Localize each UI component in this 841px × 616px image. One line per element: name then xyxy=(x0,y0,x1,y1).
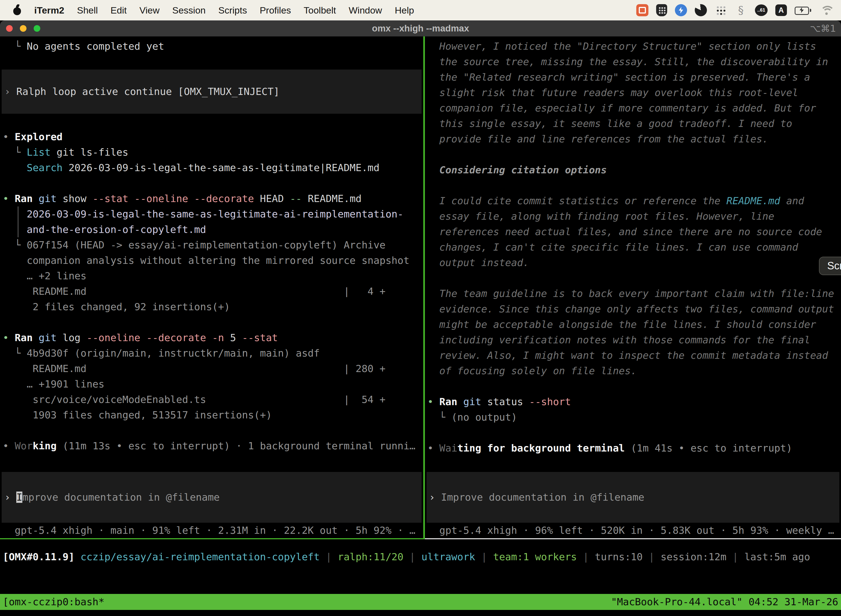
window-shortcut-badge: ⌥⌘1 xyxy=(810,23,836,34)
window-title: omx --xhigh --madmax xyxy=(0,23,841,34)
terminal-line xyxy=(0,315,423,330)
terminal-line: … +1901 lines xyxy=(0,377,423,392)
tmux-pane-left[interactable]: └ No agents completed yet› Ralph loop ac… xyxy=(0,37,423,538)
terminal-line: src/voice/voiceModeEnabled.ts | 54 + xyxy=(0,392,423,407)
terminal-line: › Ralph loop active continue [OMX_TMUX_I… xyxy=(1,84,422,99)
terminal-line: • Explored xyxy=(0,129,423,145)
terminal-line xyxy=(425,378,841,394)
chat-app-icon[interactable] xyxy=(636,4,648,16)
terminal-line: review. Also, I might want to inspect th… xyxy=(425,348,841,363)
terminal-line xyxy=(0,114,423,129)
tmux-panes: └ No agents completed yet› Ralph loop ac… xyxy=(0,37,841,538)
model-status-line: gpt-5.4 xhigh · 96% left · 520K in · 5.8… xyxy=(425,523,841,538)
model-status-line: gpt-5.4 xhigh · main · 91% left · 2.31M … xyxy=(0,523,423,538)
terminal-line: I could cite commit statistics or refere… xyxy=(425,193,841,209)
menu-item-help[interactable]: Help xyxy=(395,5,414,16)
terminal-line: this single essay, it seems like a good … xyxy=(425,116,841,131)
battery-charging-icon[interactable] xyxy=(795,4,812,16)
dark-crescent-icon[interactable] xyxy=(695,4,707,16)
tmux-host-clock: "MacBook-Pro-44.local" 04:52 31-Mar-26 xyxy=(611,594,838,610)
terminal-line: The team guideline is to back every impo… xyxy=(425,286,841,301)
terminal-line: slight risk that future readers may over… xyxy=(425,85,841,100)
terminal-line: 2 files changed, 92 insertions(+) xyxy=(0,299,423,315)
terminal-line: provide file and line references from th… xyxy=(425,131,841,147)
tmux-status-bar: [omx-cczip0:bash* "MacBook-Pro-44.local"… xyxy=(0,594,841,610)
terminal-line: of focusing solely on file lines. xyxy=(425,363,841,378)
tmux-pane-right[interactable]: However, I noticed the "Directory Struct… xyxy=(425,37,841,538)
terminal-line: including verification notes with those … xyxy=(425,332,841,348)
terminal-area: └ No agents completed yet› Ralph loop ac… xyxy=(0,37,841,616)
terminal-line: … +2 lines xyxy=(0,268,423,284)
iterm2-window: omx --xhigh --madmax ⌥⌘1 └ No agents com… xyxy=(0,21,841,616)
terminal-line: README.md | 280 + xyxy=(0,361,423,377)
tmux-session-name[interactable]: [omx-cczip0:bash* xyxy=(3,594,104,610)
terminal-line: 1903 files changed, 513517 insertions(+) xyxy=(0,407,423,423)
terminal-line: └ 4b9d30f (origin/main, instructkr/main,… xyxy=(0,346,423,361)
prompt-input-box[interactable]: › Improve documentation in @filename xyxy=(1,472,422,523)
menu-item-view[interactable]: View xyxy=(139,5,160,16)
terminal-line: README.md | 4 + xyxy=(0,284,423,299)
apple-menu-icon[interactable] xyxy=(13,5,22,16)
menu-item-edit[interactable]: Edit xyxy=(111,5,127,16)
working-status-line: • Working (11m 13s • esc to interrupt) ·… xyxy=(0,438,423,454)
menu-bar: iTerm2ShellEditViewSessionScriptsProfile… xyxy=(0,0,841,21)
terminal-line: Search 2026-03-09-is-legal-the-same-as-l… xyxy=(0,160,423,176)
terminal-line: • Ran git show --stat --oneline --decora… xyxy=(0,191,423,207)
terminal-line xyxy=(0,423,423,438)
terminal-line: might be acceptable alongside the file l… xyxy=(425,317,841,332)
prompt-input-box[interactable]: › Improve documentation in @filename xyxy=(426,472,840,523)
menu-item-toolbelt[interactable]: Toolbelt xyxy=(304,5,336,16)
terminal-line: • Ran git log --oneline --decorate -n 5 … xyxy=(0,330,423,346)
squiggle-icon[interactable]: § xyxy=(734,4,747,16)
terminal-line xyxy=(0,54,423,70)
terminal-line: essay file, along with finding root file… xyxy=(425,209,841,224)
blue-badge-icon[interactable] xyxy=(675,4,687,16)
terminal-line: and-the-erosion-of-copyleft.md xyxy=(0,222,423,238)
terminal-line: companion file, especially if more comme… xyxy=(425,100,841,116)
menu-item-shell[interactable]: Shell xyxy=(77,5,98,16)
terminal-line: the "Related research writing" section i… xyxy=(425,70,841,85)
terminal-line xyxy=(425,270,841,286)
terminal-line: › Improve documentation in @filename xyxy=(426,490,840,505)
window-title-bar[interactable]: omx --xhigh --madmax ⌥⌘1 xyxy=(0,21,841,37)
terminal-line: companion analysis without altering the … xyxy=(0,253,423,268)
terminal-line: › Improve documentation in @filename xyxy=(1,490,422,505)
menu-bar-status-icons: §..61A xyxy=(629,4,834,16)
menu-item-scripts[interactable]: Scripts xyxy=(218,5,247,16)
a-key-icon[interactable]: A xyxy=(775,4,787,16)
terminal-line xyxy=(425,147,841,162)
terminal-line: output instead. xyxy=(425,255,841,270)
terminal-line: └ List git ls-files xyxy=(0,145,423,160)
terminal-line xyxy=(0,176,423,191)
menu-item-window[interactable]: Window xyxy=(349,5,382,16)
terminal-line: └ No agents completed yet xyxy=(0,39,423,54)
battery-percentage-icon[interactable]: ..61 xyxy=(755,4,768,16)
thinking-heading: Considering citation options xyxy=(425,162,841,178)
terminal-line: 2026-03-09-is-legal-the-same-as-legitima… xyxy=(0,207,423,222)
menu-items: iTerm2ShellEditViewSessionScriptsProfile… xyxy=(34,5,414,16)
dots-grid-icon[interactable] xyxy=(715,4,727,16)
terminal-line: changes, I can't cite specific file line… xyxy=(425,239,841,255)
terminal-line: • Ran git status --short xyxy=(425,394,841,409)
window-bottom-pad xyxy=(0,610,841,616)
terminal-line xyxy=(425,425,841,440)
terminal-line: └ (no output) xyxy=(425,409,841,425)
terminal-spacer xyxy=(0,565,841,594)
omx-status-line: [OMX#0.11.9] cczip/essay/ai-reimplementa… xyxy=(0,539,841,565)
terminal-line: └ 067f154 (HEAD -> essay/ai-reimplementa… xyxy=(0,238,423,253)
terminal-line: evidence. Since this change only affects… xyxy=(425,301,841,317)
menu-item-session[interactable]: Session xyxy=(172,5,205,16)
pane-bottom-group: › Improve documentation in @filename gpt… xyxy=(425,472,841,538)
ralph-loop-box[interactable]: › Ralph loop active continue [OMX_TMUX_I… xyxy=(1,70,422,114)
shield-grid-icon[interactable] xyxy=(656,4,667,16)
wifi-icon[interactable] xyxy=(819,4,834,16)
menu-item-iterm2[interactable]: iTerm2 xyxy=(34,5,64,16)
waiting-status-line: • Waiting for background terminal (1m 41… xyxy=(425,440,841,456)
terminal-line: the source tree, missing the essay. Stil… xyxy=(425,54,841,70)
menu-item-profiles[interactable]: Profiles xyxy=(259,5,291,16)
terminal-line xyxy=(425,178,841,193)
terminal-line: However, I noticed the "Directory Struct… xyxy=(425,39,841,54)
screen-share-tooltip-label: Scre xyxy=(827,260,841,271)
pane-bottom-group: › Improve documentation in @filename gpt… xyxy=(0,472,423,538)
screen-share-tooltip: Scre xyxy=(819,257,841,275)
